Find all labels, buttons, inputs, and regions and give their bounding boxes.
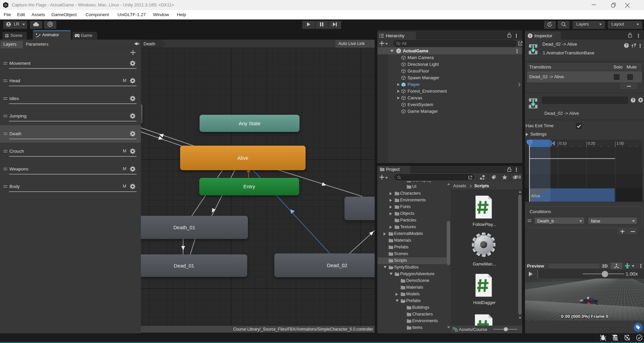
svg-text:?: ? [625,44,627,47]
svg-text:0:00 (000.0%) Frame 0: 0:00 (000.0%) Frame 0 [561,314,608,319]
svg-text:0:10: 0:10 [559,141,567,145]
svg-text:0:20: 0:20 [588,141,595,145]
svg-text:?: ? [632,98,634,102]
svg-text:1:00: 1:00 [616,141,624,145]
